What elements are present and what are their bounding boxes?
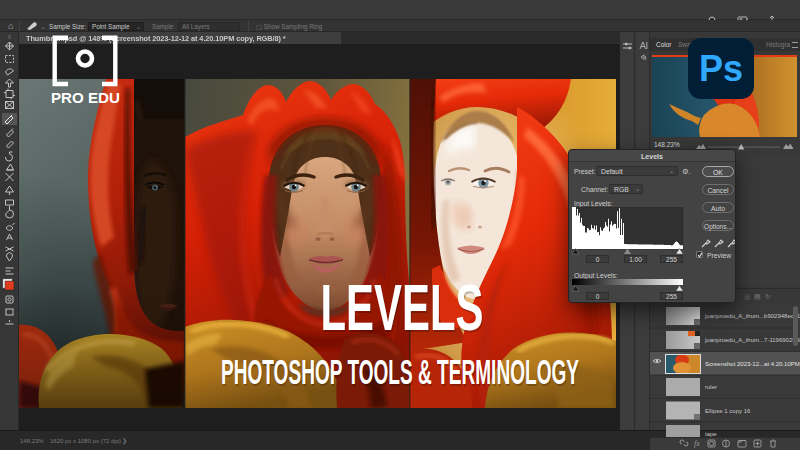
svg-text:PHOTOSHOP TOOLS & TERMINOLOGY: PHOTOSHOP TOOLS & TERMINOLOGY (221, 352, 579, 391)
svg-text:juanproedu_A_thum...b902948ec_: juanproedu_A_thum...b902948ec_1 copy (704, 313, 800, 319)
svg-text:LEVELS: LEVELS (321, 272, 484, 344)
svg-text:juanproedu_A_thum...7-11969029: juanproedu_A_thum...7-1196902948ec_1 (704, 337, 800, 343)
svg-text:Ellipse 1 copy 16: Ellipse 1 copy 16 (705, 408, 751, 414)
svg-text:fx: fx (694, 439, 700, 448)
svg-text:ruler: ruler (705, 384, 717, 390)
svg-text:PRO EDU: PRO EDU (51, 89, 120, 106)
svg-text:Screenshot 2023-12...at 4.20.1: Screenshot 2023-12...at 4.20.10PM copy (705, 361, 800, 367)
